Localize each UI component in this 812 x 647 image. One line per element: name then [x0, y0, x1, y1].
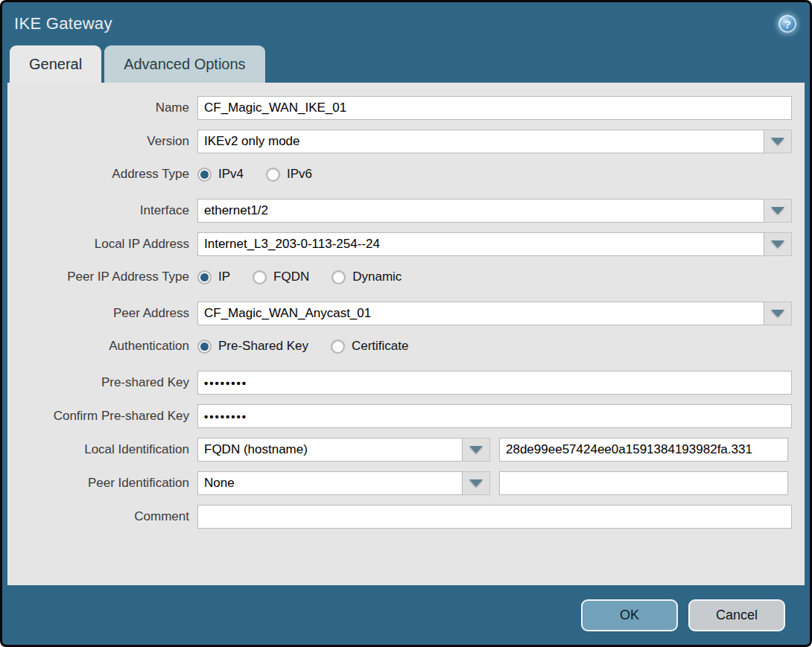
- peer-address-dropdown-button[interactable]: [764, 302, 792, 325]
- interface-dropdown-button[interactable]: [764, 199, 792, 223]
- general-tab-panel: Name Version Address Type IPv4: [7, 83, 805, 585]
- tab-bar: General Advanced Options: [2, 45, 810, 83]
- radio-ipv4-label: IPv4: [218, 167, 244, 182]
- peer-ip-address-type-label: Peer IP Address Type: [7, 270, 197, 284]
- local-identification-row: Local Identification: [7, 438, 805, 462]
- version-label: Version: [7, 134, 197, 149]
- dialog-title: IKE Gateway: [14, 14, 112, 34]
- radio-ip-label: IP: [218, 270, 230, 284]
- peer-identification-label: Peer Identification: [7, 476, 197, 491]
- ok-button[interactable]: OK: [581, 599, 678, 631]
- tab-general-label: General: [29, 56, 82, 73]
- version-row: Version: [7, 130, 805, 153]
- peer-identification-row: Peer Identification: [7, 471, 805, 495]
- confirm-pre-shared-key-row: Confirm Pre-shared Key: [7, 404, 805, 428]
- comment-row: Comment: [7, 505, 805, 529]
- peer-identification-type-combo: [197, 471, 490, 495]
- peer-address-input[interactable]: [197, 302, 764, 325]
- interface-input[interactable]: [197, 199, 764, 223]
- radio-dynamic[interactable]: [332, 270, 346, 284]
- peer-ip-address-type-row: Peer IP Address Type IP FQDN Dynamic: [7, 266, 805, 288]
- tab-advanced-options-label: Advanced Options: [124, 56, 245, 73]
- name-label: Name: [7, 101, 197, 115]
- radio-option-fqdn[interactable]: FQDN: [253, 270, 309, 284]
- radio-pre-shared-key-label: Pre-Shared Key: [218, 339, 308, 354]
- comment-input[interactable]: [197, 505, 792, 529]
- comment-label: Comment: [7, 509, 197, 524]
- interface-label: Interface: [7, 203, 197, 218]
- local-identification-label: Local Identification: [7, 442, 197, 457]
- radio-certificate-label: Certificate: [352, 339, 409, 354]
- pre-shared-key-row: Pre-shared Key: [7, 371, 805, 395]
- pre-shared-key-input[interactable]: [197, 371, 792, 395]
- name-input[interactable]: [197, 96, 792, 120]
- local-identification-value-input[interactable]: [499, 438, 788, 462]
- chevron-down-icon: [771, 240, 784, 248]
- radio-certificate[interactable]: [331, 340, 345, 354]
- radio-fqdn-label: FQDN: [273, 270, 309, 284]
- chevron-down-icon: [771, 138, 784, 145]
- dialog-footer: OK Cancel: [2, 585, 810, 645]
- local-ip-address-label: Local IP Address: [7, 237, 197, 252]
- peer-ip-address-type-radio-group: IP FQDN Dynamic: [197, 270, 424, 284]
- peer-identification-value-input[interactable]: [499, 471, 788, 495]
- radio-ip[interactable]: [197, 270, 212, 284]
- local-identification-type-combo: [197, 438, 490, 462]
- version-input[interactable]: [197, 130, 764, 153]
- radio-dynamic-label: Dynamic: [352, 270, 402, 284]
- authentication-radio-group: Pre-Shared Key Certificate: [197, 339, 431, 354]
- interface-combo: [197, 199, 792, 223]
- interface-row: Interface: [7, 199, 805, 223]
- chevron-down-icon: [771, 310, 784, 317]
- titlebar: IKE Gateway ?: [2, 2, 810, 45]
- radio-ipv6-label: IPv6: [287, 167, 312, 182]
- address-type-label: Address Type: [7, 167, 197, 182]
- local-ip-address-input[interactable]: [197, 232, 764, 256]
- confirm-pre-shared-key-label: Confirm Pre-shared Key: [7, 409, 197, 424]
- confirm-pre-shared-key-input[interactable]: [197, 404, 792, 428]
- version-dropdown-button[interactable]: [764, 130, 792, 153]
- authentication-label: Authentication: [7, 339, 197, 354]
- help-icon[interactable]: ?: [778, 15, 796, 33]
- pre-shared-key-label: Pre-shared Key: [7, 375, 197, 390]
- peer-identification-type-input[interactable]: [197, 471, 463, 495]
- radio-fqdn[interactable]: [253, 270, 267, 284]
- chevron-down-icon: [771, 207, 784, 214]
- cancel-button[interactable]: Cancel: [688, 599, 785, 631]
- chevron-down-icon: [469, 479, 483, 487]
- name-row: Name: [7, 96, 805, 120]
- radio-option-ip[interactable]: IP: [197, 270, 230, 284]
- peer-address-combo: [197, 302, 792, 325]
- chevron-down-icon: [469, 446, 483, 453]
- authentication-row: Authentication Pre-Shared Key Certificat…: [7, 335, 805, 357]
- local-ip-address-row: Local IP Address: [7, 232, 805, 256]
- local-identification-type-input[interactable]: [197, 438, 463, 462]
- local-ip-address-dropdown-button[interactable]: [764, 232, 792, 256]
- peer-address-label: Peer Address: [7, 306, 197, 321]
- tab-general[interactable]: General: [10, 45, 101, 83]
- radio-pre-shared-key[interactable]: [197, 340, 212, 354]
- radio-option-dynamic[interactable]: Dynamic: [332, 270, 402, 284]
- peer-identification-dropdown-button[interactable]: [463, 471, 490, 495]
- tab-advanced-options[interactable]: Advanced Options: [104, 45, 264, 83]
- local-identification-dropdown-button[interactable]: [463, 438, 490, 462]
- radio-option-ipv6[interactable]: IPv6: [266, 167, 312, 182]
- radio-option-pre-shared-key[interactable]: Pre-Shared Key: [197, 339, 308, 354]
- radio-option-ipv4[interactable]: IPv4: [197, 167, 244, 182]
- radio-option-certificate[interactable]: Certificate: [331, 339, 409, 354]
- peer-address-row: Peer Address: [7, 302, 805, 325]
- address-type-row: Address Type IPv4 IPv6: [7, 163, 805, 185]
- radio-ipv4[interactable]: [197, 168, 212, 182]
- local-ip-address-combo: [197, 232, 792, 256]
- version-combo: [197, 130, 792, 153]
- address-type-radio-group: IPv4 IPv6: [197, 167, 334, 182]
- radio-ipv6[interactable]: [266, 168, 280, 182]
- ike-gateway-dialog: IKE Gateway ? General Advanced Options N…: [0, 0, 812, 647]
